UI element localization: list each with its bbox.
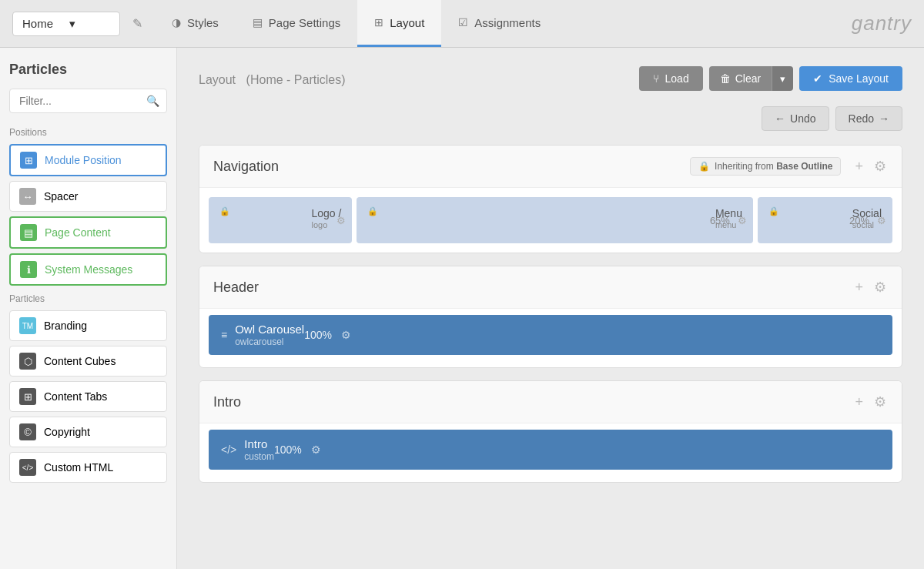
load-icon: ⑂ — [653, 72, 659, 85]
load-button[interactable]: ⑂ Load — [639, 66, 703, 91]
main-container: Particles 🔍 Positions ⊞ Module Position … — [0, 48, 924, 569]
social-cell: 🔒 Social social 20% ⚙ — [758, 197, 892, 243]
custom-html-label: Custom HTML — [44, 461, 113, 474]
intro-particle-sublabel: custom — [244, 451, 274, 462]
spacer-icon: ↔ — [19, 188, 36, 205]
gantry-logo: gantry — [852, 12, 912, 35]
undo-redo-row: ← Undo Redo → — [199, 106, 902, 131]
navigation-section-header: Navigation 🔒 Inheriting from Base Outlin… — [199, 146, 902, 188]
positions-label: Positions — [9, 127, 167, 138]
inherit-text: Inheriting from Base Outline — [715, 161, 832, 172]
intro-section-name: Intro — [213, 394, 853, 410]
menu-cell-gear-icon[interactable]: ⚙ — [738, 215, 747, 226]
logo-cell-gear-icon[interactable]: ⚙ — [336, 215, 346, 226]
header-gear-button[interactable]: ⚙ — [872, 277, 888, 297]
page-title: Layout (Home - Particles) — [199, 70, 639, 88]
module-position-label: Module Position — [45, 154, 122, 166]
header-section: Header + ⚙ ≡ Owl Carousel owlcarousel 10… — [199, 266, 902, 368]
intro-gear-button[interactable]: ⚙ — [872, 392, 888, 412]
content-cubes-icon: ⬡ — [19, 353, 36, 370]
layout-icon: ⊞ — [374, 16, 383, 28]
redo-label: Redo — [849, 112, 874, 125]
intro-section-actions: + ⚙ — [853, 392, 888, 412]
content-tabs-icon: ⊞ — [19, 388, 36, 405]
content-cubes-label: Content Cubes — [44, 355, 116, 367]
header-section-body: ≡ Owl Carousel owlcarousel 100% ⚙ — [199, 315, 902, 367]
trash-icon: 🗑 — [720, 72, 731, 85]
intro-particle-percent: 100% — [274, 443, 302, 456]
intro-section-body: </> Intro custom 100% ⚙ — [199, 430, 902, 482]
load-label: Load — [665, 72, 689, 85]
system-messages-icon: ℹ — [20, 261, 37, 278]
navigation-section-actions: + ⚙ — [853, 156, 888, 176]
page-content-label: Page Content — [45, 226, 111, 239]
navigation-section-name: Navigation — [213, 159, 690, 175]
clear-button-group: 🗑 Clear ▾ — [709, 66, 793, 91]
intro-section-header: Intro + ⚙ — [199, 381, 902, 423]
owl-carousel-gear-icon[interactable]: ⚙ — [341, 329, 351, 341]
branding-label: Branding — [44, 320, 87, 332]
layout-subtitle-text: (Home - Particles) — [246, 73, 346, 86]
owl-carousel-content: Owl Carousel owlcarousel — [235, 323, 304, 347]
styles-icon: ◑ — [172, 16, 181, 28]
clear-label: Clear — [735, 72, 761, 85]
tab-styles[interactable]: ◑ Styles — [155, 0, 236, 47]
layout-title-text: Layout — [199, 73, 236, 86]
spacer-label: Spacer — [44, 190, 78, 202]
social-cell-percent: 20% — [849, 215, 869, 226]
sidebar-title: Particles — [9, 62, 167, 78]
clear-dropdown-button[interactable]: ▾ — [772, 66, 793, 91]
logo-lock-icon: 🔒 — [219, 206, 230, 216]
tab-layout-label: Layout — [390, 16, 424, 29]
page-settings-icon: ▤ — [253, 16, 263, 28]
copyright-label: Copyright — [44, 426, 90, 438]
lock-icon: 🔒 — [698, 161, 710, 172]
sidebar-item-custom-html[interactable]: </> Custom HTML — [9, 452, 167, 483]
custom-html-icon: </> — [19, 459, 36, 476]
sidebar-item-copyright[interactable]: © Copyright — [9, 417, 167, 447]
redo-button[interactable]: Redo → — [835, 106, 902, 131]
undo-label: Undo — [790, 112, 815, 125]
branding-icon: TM — [19, 317, 36, 334]
intro-particle-icon: </> — [221, 443, 236, 456]
filter-container: 🔍 — [9, 89, 167, 113]
sidebar-item-module-position[interactable]: ⊞ Module Position — [9, 144, 167, 176]
header-add-button[interactable]: + — [853, 278, 865, 297]
module-position-icon: ⊞ — [20, 152, 37, 169]
navigation-grid-row: 🔒 Logo / logo ⚙ 🔒 Menu menu 65% ⚙ — [199, 188, 902, 253]
top-bar: Home ▾ ✎ ◑ Styles ▤ Page Settings ⊞ Layo… — [0, 0, 924, 48]
tab-assignments[interactable]: ☑ Assignments — [441, 0, 557, 47]
edit-icon-button[interactable]: ✎ — [128, 12, 147, 35]
sidebar-item-page-content[interactable]: ▤ Page Content — [9, 216, 167, 249]
menu-cell: 🔒 Menu menu 65% ⚙ — [357, 197, 753, 243]
clear-button[interactable]: 🗑 Clear — [709, 66, 772, 91]
save-layout-button[interactable]: ✔ Save Layout — [799, 66, 902, 91]
tab-assignments-label: Assignments — [474, 16, 541, 29]
navigation-gear-button[interactable]: ⚙ — [872, 156, 888, 176]
sidebar-item-content-tabs[interactable]: ⊞ Content Tabs — [9, 381, 167, 412]
header-section-actions: + ⚙ — [853, 277, 888, 297]
tab-page-settings[interactable]: ▤ Page Settings — [236, 0, 357, 47]
undo-button[interactable]: ← Undo — [762, 106, 829, 131]
sidebar-item-spacer[interactable]: ↔ Spacer — [9, 181, 167, 212]
sidebar-item-system-messages[interactable]: ℹ System Messages — [9, 253, 167, 286]
filter-input[interactable] — [9, 89, 167, 113]
sidebar-item-content-cubes[interactable]: ⬡ Content Cubes — [9, 346, 167, 377]
intro-add-button[interactable]: + — [853, 393, 865, 412]
social-lock-icon: 🔒 — [768, 206, 779, 216]
save-layout-label: Save Layout — [829, 72, 889, 85]
navigation-section: Navigation 🔒 Inheriting from Base Outlin… — [199, 145, 902, 253]
chevron-down-icon: ▾ — [69, 17, 110, 31]
navigation-add-button[interactable]: + — [853, 157, 865, 176]
undo-icon: ← — [775, 112, 785, 125]
home-selector[interactable]: Home ▾ — [12, 12, 120, 36]
tab-page-settings-label: Page Settings — [269, 16, 340, 29]
sidebar-item-branding[interactable]: TM Branding — [9, 310, 167, 341]
social-cell-gear-icon[interactable]: ⚙ — [877, 215, 886, 226]
intro-particle-gear-icon[interactable]: ⚙ — [311, 443, 321, 456]
menu-lock-icon: 🔒 — [367, 206, 378, 216]
tab-layout[interactable]: ⊞ Layout — [357, 0, 441, 47]
intro-particle-name: Intro — [244, 437, 267, 450]
clear-chevron-icon: ▾ — [780, 73, 785, 85]
page-content-icon: ▤ — [20, 224, 37, 241]
